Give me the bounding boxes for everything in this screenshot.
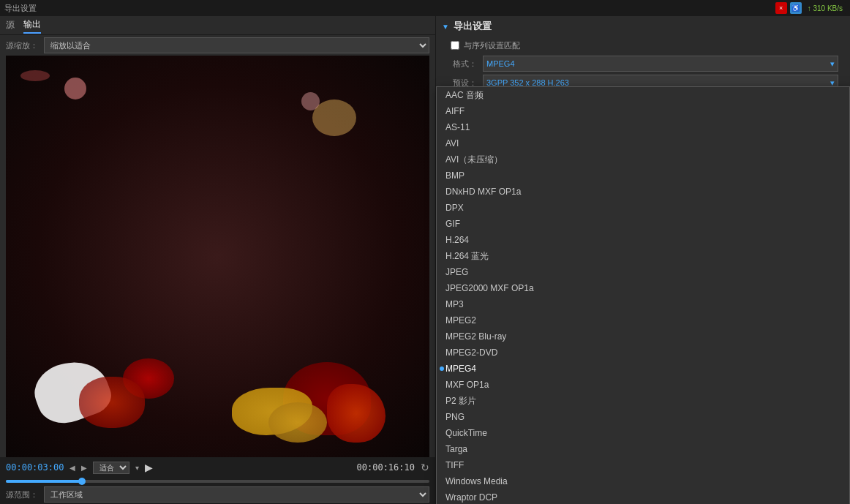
dropdown-item-label: Targa (445, 444, 467, 454)
tab-source[interactable]: 源 (6, 18, 15, 33)
dropdown-item-avi[interactable]: AVI (437, 135, 849, 151)
dropdown-item-as11[interactable]: AS-11 (437, 119, 849, 135)
title-bar-left: 导出设置 (4, 3, 37, 14)
format-value: MPEG4 (486, 59, 515, 68)
dropdown-item-dpx[interactable]: DPX (437, 200, 849, 216)
export-settings-header: ▼ 导出设置 (436, 16, 850, 37)
dropdown-item-label: BMP (445, 170, 465, 181)
play-button[interactable]: ▶ (145, 462, 153, 473)
dropdown-item-gif[interactable]: GIF (437, 216, 849, 232)
scale-label: 源缩放： (6, 40, 38, 51)
dropdown-item-label: JPEG2000 MXF OP1a (445, 283, 534, 293)
left-panel: 源 输出 源缩放： 缩放以适合拉伸以适合黑边 0 (0, 16, 435, 504)
dropdown-item-mpeg2-blu[interactable]: MPEG2 Blu-ray (437, 328, 849, 345)
video-preview-inner (6, 56, 429, 457)
dropdown-item-label: H.264 (445, 235, 469, 245)
fit-dropdown-arrow[interactable]: ▾ (135, 464, 139, 472)
source-range-row: 源范围： 工作区域整个序列入出点 (0, 485, 435, 504)
dropdown-item-label: DNxHD MXF OP1a (445, 187, 521, 197)
scale-select[interactable]: 缩放以适合拉伸以适合黑边 (44, 37, 429, 53)
dropdown-item-aiff[interactable]: AIFF (437, 103, 849, 119)
format-label: 格式： (448, 59, 477, 69)
dropdown-item-mxf[interactable]: MXF OP1a (437, 377, 849, 393)
right-panel: ▼ 导出设置 与序列设置匹配 格式： MPEG4 ▾ 预设： 3GPP 352 … (435, 16, 850, 504)
dropdown-item-quicktime[interactable]: QuickTime (437, 425, 849, 441)
shuttle-icon[interactable]: ↻ (421, 462, 429, 473)
dropdown-item-mpeg2[interactable]: MPEG2 (437, 312, 849, 328)
progress-bar-area[interactable] (0, 478, 435, 485)
speed-indicator: ↑ 310 KB/s (805, 2, 846, 14)
dropdown-item-bmp[interactable]: BMP (437, 168, 849, 184)
video-preview (6, 56, 429, 457)
title-bar-right: × ♿ ↑ 310 KB/s (775, 2, 846, 14)
dropdown-item-label: MPEG4 (445, 364, 476, 374)
source-range-select[interactable]: 工作区域整个序列入出点 (44, 486, 429, 503)
selected-indicator (440, 366, 444, 371)
progress-track[interactable] (6, 480, 429, 483)
dropdown-items-container: AAC 音频AIFFAS-11AVIAVI（未压缩）BMPDNxHD MXF O… (437, 87, 849, 504)
dropdown-item-label: MP3 (445, 299, 464, 309)
format-dropdown-arrow: ▾ (830, 59, 835, 69)
dropdown-item-label: MPEG2 (445, 315, 476, 326)
title-bar: 导出设置 × ♿ ↑ 310 KB/s (0, 0, 850, 16)
match-sequence-checkbox[interactable] (451, 41, 459, 50)
source-range-label: 源范围： (6, 489, 38, 500)
match-sequence-row: 与序列设置匹配 (436, 37, 850, 54)
dropdown-item-png[interactable]: PNG (437, 409, 849, 425)
next-frame-btn[interactable]: ▶ (81, 464, 87, 472)
export-settings-title: 导出设置 (454, 20, 492, 33)
main-layout: 源 输出 源缩放： 缩放以适合拉伸以适合黑边 0 (0, 16, 850, 504)
close-button[interactable]: × (775, 2, 787, 14)
dropdown-item-label: MXF OP1a (445, 380, 489, 390)
time-current: 00:00:03:00 (6, 462, 64, 473)
time-total: 00:00:16:10 (357, 462, 415, 473)
dropdown-item-h264[interactable]: H.264 (437, 232, 849, 248)
dropdown-item-p2[interactable]: P2 影片 (437, 393, 849, 409)
dropdown-item-jpeg2000[interactable]: JPEG2000 MXF OP1a (437, 280, 849, 296)
timeline-controls: 00:00:03:00 ◀ ▶ 适合 ▾ ▶ 00:00:16:10 ↻ (0, 457, 435, 478)
format-select-container: MPEG4 ▾ (483, 56, 838, 72)
prev-frame-btn[interactable]: ◀ (69, 464, 75, 472)
dropdown-item-label: H.264 蓝光 (445, 250, 489, 263)
dropdown-item-label: AIFF (445, 106, 465, 116)
dropdown-item-aac[interactable]: AAC 音频 (437, 87, 849, 103)
export-settings-collapse-icon[interactable]: ▼ (442, 23, 449, 31)
tab-output[interactable]: 输出 (23, 17, 41, 34)
dropdown-item-label: DPX (445, 203, 464, 213)
dropdown-item-label: AVI (445, 138, 459, 148)
dropdown-item-avi-uncomp[interactable]: AVI（未压缩） (437, 151, 849, 168)
accessibility-button[interactable]: ♿ (790, 2, 802, 14)
dropdown-item-mpeg2-dvd[interactable]: MPEG2-DVD (437, 345, 849, 361)
dropdown-item-label: MPEG2 Blu-ray (445, 331, 506, 342)
dropdown-item-mpeg4[interactable]: MPEG4 (437, 361, 849, 377)
dropdown-item-label: AS-11 (445, 122, 470, 132)
source-scale-row: 源缩放： 缩放以适合拉伸以适合黑边 (0, 35, 435, 56)
dropdown-item-h264-blu[interactable]: H.264 蓝光 (437, 248, 849, 264)
dropdown-item-jpeg[interactable]: JPEG (437, 264, 849, 280)
fit-select[interactable]: 适合 (93, 462, 129, 474)
progress-thumb[interactable] (78, 478, 86, 485)
dropdown-item-mp3[interactable]: MP3 (437, 296, 849, 312)
match-sequence-label: 与序列设置匹配 (464, 40, 520, 51)
dropdown-item-label: AAC 音频 (445, 89, 484, 102)
format-row: 格式： MPEG4 ▾ (436, 54, 850, 73)
dropdown-item-windows-media[interactable]: Windows Media (437, 473, 849, 489)
dropdown-item-label: GIF (445, 219, 460, 229)
dropdown-item-label: QuickTime (445, 428, 487, 438)
format-dropdown[interactable]: MPEG4 ▾ (483, 56, 838, 72)
dropdown-item-targa[interactable]: Targa (437, 441, 849, 457)
dropdown-item-label: TIFF (445, 460, 464, 470)
title-text: 导出设置 (4, 3, 37, 14)
dropdown-item-label: PNG (445, 412, 465, 422)
format-dropdown-menu: AAC 音频AIFFAS-11AVIAVI（未压缩）BMPDNxHD MXF O… (436, 86, 850, 504)
dropdown-item-label: Windows Media (445, 476, 508, 486)
dropdown-item-label: JPEG (445, 267, 468, 277)
dropdown-item-wraptor[interactable]: Wraptor DCP (437, 489, 849, 504)
dropdown-item-tiff[interactable]: TIFF (437, 457, 849, 473)
dropdown-item-dnxhd[interactable]: DNxHD MXF OP1a (437, 184, 849, 200)
dropdown-item-label: Wraptor DCP (445, 492, 497, 503)
dropdown-item-label: AVI（未压缩） (445, 154, 503, 166)
source-tabs: 源 输出 (0, 16, 435, 35)
dropdown-item-label: MPEG2-DVD (445, 347, 497, 358)
dropdown-item-label: P2 影片 (445, 395, 476, 407)
